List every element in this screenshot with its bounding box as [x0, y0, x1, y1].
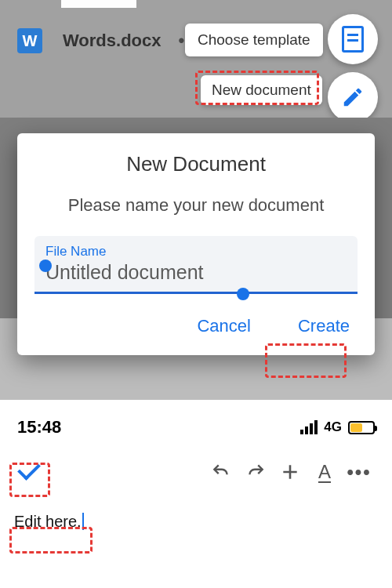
text-format-button[interactable]: A [307, 455, 342, 489]
document-icon [342, 26, 364, 53]
more-horizontal-icon: ••• [347, 461, 371, 483]
status-clock: 15:48 [17, 417, 61, 437]
check-icon [20, 459, 46, 485]
dialog-actions: Cancel Create [34, 311, 358, 341]
signal-bars-icon [300, 420, 318, 434]
network-label: 4G [324, 419, 342, 435]
insert-button[interactable] [273, 455, 307, 489]
status-bar: 15:48 4G [0, 412, 392, 437]
selection-handle-end[interactable] [237, 288, 249, 300]
fab-template[interactable] [328, 14, 378, 64]
text-format-icon: A [318, 461, 331, 483]
text-cursor [82, 513, 84, 530]
doc-thumbnail [61, 0, 136, 8]
selection-handle-start[interactable] [39, 260, 52, 272]
editor-screen: 15:48 4G [0, 412, 392, 588]
pencil-icon [341, 85, 365, 109]
file-name-field[interactable]: File Name [34, 236, 358, 294]
dialog-title: New Document [34, 152, 358, 176]
document-title: Words.docx [63, 31, 162, 51]
file-name-label: File Name [45, 244, 347, 260]
dialog-subtitle: Please name your new document [34, 195, 358, 216]
redo-button[interactable] [238, 455, 273, 489]
create-button[interactable]: Create [290, 311, 358, 341]
plus-icon [280, 462, 300, 482]
document-body[interactable]: Edit here. [14, 513, 392, 531]
battery-icon [348, 421, 375, 434]
menu-new-document[interactable]: New document [201, 75, 322, 105]
file-name-input[interactable] [45, 261, 347, 284]
confirm-button[interactable] [16, 455, 50, 489]
editor-toolbar: A ••• [0, 437, 392, 489]
redo-icon [245, 462, 266, 482]
undo-button[interactable] [204, 455, 238, 489]
undo-icon [211, 462, 231, 482]
word-file-icon: W [17, 28, 42, 53]
fab-new-document[interactable] [328, 72, 378, 122]
new-document-dialog: New Document Please name your new docume… [17, 133, 375, 355]
cancel-button[interactable]: Cancel [189, 311, 258, 341]
menu-choose-template[interactable]: Choose template [185, 24, 323, 56]
more-button[interactable]: ••• [342, 455, 376, 489]
body-text: Edit here. [14, 513, 82, 530]
